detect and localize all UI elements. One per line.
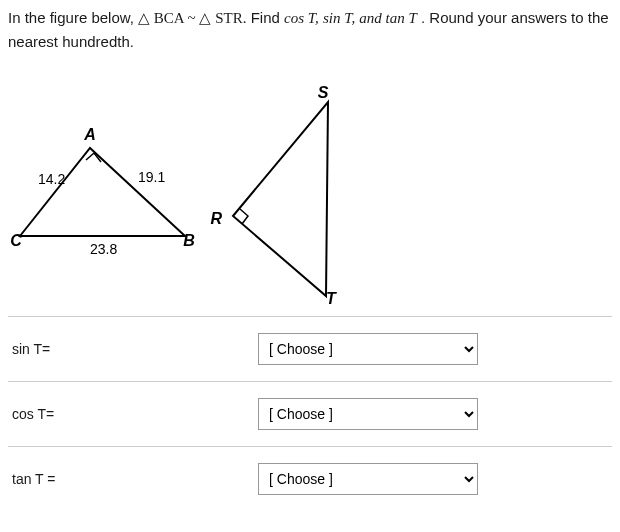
figure-svg: A C B 14.2 19.1 23.8 S R T: [8, 76, 348, 306]
q-similar: △ BCA ~ △ STR.: [138, 10, 246, 26]
select-cos[interactable]: [ Choose ]: [258, 398, 478, 430]
answer-row-tan: tan T = [ Choose ]: [8, 446, 612, 511]
vertex-T: T: [326, 290, 337, 306]
q-mid: Find: [251, 9, 284, 26]
vertex-C: C: [10, 232, 22, 249]
q-prefix: In the figure below,: [8, 9, 138, 26]
select-cell-sin: [ Choose ]: [258, 333, 612, 365]
vertex-R: R: [210, 210, 222, 227]
left-triangle: A C B 14.2 19.1 23.8: [10, 126, 195, 257]
select-tan[interactable]: [ Choose ]: [258, 463, 478, 495]
answers-area: sin T= [ Choose ] cos T= [ Choose ] tan …: [8, 316, 612, 511]
vertex-B: B: [183, 232, 195, 249]
select-cell-cos: [ Choose ]: [258, 398, 612, 430]
q-find1: cos T,: [284, 10, 319, 26]
side-AB: 19.1: [138, 169, 165, 185]
q-find2: sin T,: [323, 10, 355, 26]
svg-marker-0: [20, 148, 185, 236]
figure-area: A C B 14.2 19.1 23.8 S R T: [8, 76, 612, 306]
answer-row-cos: cos T= [ Choose ]: [8, 381, 612, 446]
q-find3: and tan T: [359, 10, 417, 26]
question-text: In the figure below, △ BCA ~ △ STR. Find…: [8, 6, 612, 54]
label-sin: sin T=: [8, 341, 258, 357]
label-cos: cos T=: [8, 406, 258, 422]
vertex-A: A: [83, 126, 96, 143]
vertex-S: S: [318, 84, 329, 101]
right-triangle: S R T: [210, 84, 337, 306]
select-cell-tan: [ Choose ]: [258, 463, 612, 495]
side-CB: 23.8: [90, 241, 117, 257]
side-CA: 14.2: [38, 171, 65, 187]
svg-marker-1: [233, 102, 328, 296]
answer-row-sin: sin T= [ Choose ]: [8, 316, 612, 381]
label-tan: tan T =: [8, 471, 258, 487]
select-sin[interactable]: [ Choose ]: [258, 333, 478, 365]
